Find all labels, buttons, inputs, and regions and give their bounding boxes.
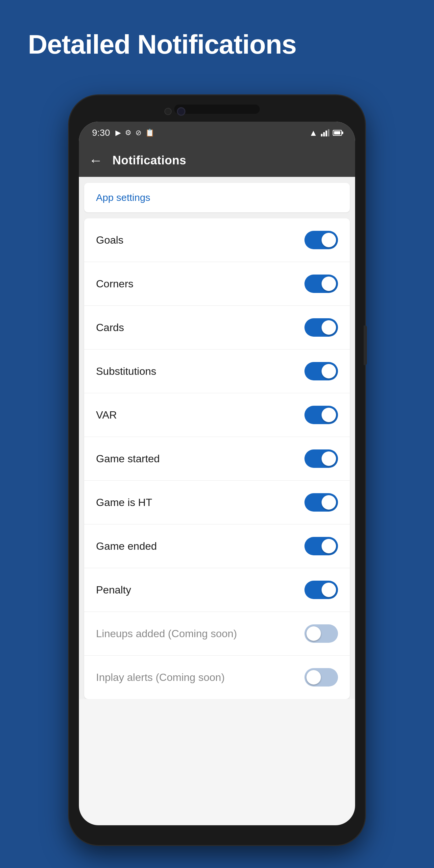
setting-label-0: Goals bbox=[96, 234, 124, 246]
setting-label-2: Cards bbox=[96, 321, 124, 334]
camera-left bbox=[164, 108, 172, 115]
toggle-2[interactable] bbox=[305, 318, 338, 337]
setting-label-7: Game ended bbox=[96, 540, 157, 552]
setting-label-3: Substitutions bbox=[96, 365, 156, 377]
setting-label-5: Game started bbox=[96, 453, 160, 465]
setting-row: Substitutions bbox=[84, 349, 350, 393]
play-icon: ▶ bbox=[115, 129, 121, 137]
phone-frame: 9:30 ▶ ⚙ ⊘ 📋 ▲ bbox=[69, 95, 365, 845]
app-bar: ← Notifications bbox=[79, 144, 355, 177]
setting-row: Game is HT bbox=[84, 481, 350, 524]
setting-row: Inplay alerts (Coming soon) bbox=[84, 656, 350, 699]
setting-label-9: Lineups added (Coming soon) bbox=[96, 628, 237, 640]
toggle-0[interactable] bbox=[305, 231, 338, 249]
phone-screen: 9:30 ▶ ⚙ ⊘ 📋 ▲ bbox=[79, 122, 355, 825]
setting-row: VAR bbox=[84, 393, 350, 437]
toggle-6[interactable] bbox=[305, 493, 338, 512]
back-button[interactable]: ← bbox=[89, 154, 102, 167]
setting-row: Penalty bbox=[84, 568, 350, 612]
app-bar-title: Notifications bbox=[113, 154, 186, 167]
battery-icon bbox=[333, 130, 342, 136]
setting-row: Corners bbox=[84, 262, 350, 306]
clipboard-icon: 📋 bbox=[145, 129, 154, 137]
toggle-5[interactable] bbox=[305, 450, 338, 468]
status-icons-left: ▶ ⚙ ⊘ 📋 bbox=[115, 129, 154, 137]
setting-label-1: Corners bbox=[96, 278, 133, 290]
setting-row: Lineups added (Coming soon) bbox=[84, 612, 350, 656]
setting-label-10: Inplay alerts (Coming soon) bbox=[96, 671, 224, 684]
status-bar: 9:30 ▶ ⚙ ⊘ 📋 ▲ bbox=[79, 122, 355, 144]
volume-button bbox=[364, 326, 367, 365]
toggle-3[interactable] bbox=[305, 362, 338, 380]
blocked-icon: ⊘ bbox=[135, 129, 142, 137]
setting-label-4: VAR bbox=[96, 409, 117, 421]
setting-row: Game ended bbox=[84, 524, 350, 568]
setting-row: Game started bbox=[84, 437, 350, 481]
toggle-10[interactable] bbox=[305, 668, 338, 686]
toggle-8[interactable] bbox=[305, 581, 338, 599]
setting-label-6: Game is HT bbox=[96, 496, 152, 508]
setting-row: Cards bbox=[84, 306, 350, 349]
phone-device: 9:30 ▶ ⚙ ⊘ 📋 ▲ bbox=[69, 95, 365, 845]
phone-notch bbox=[174, 104, 260, 114]
status-time: 9:30 bbox=[92, 128, 110, 138]
toggle-9[interactable] bbox=[305, 624, 338, 643]
page-title: Detailed Notifications bbox=[28, 30, 296, 59]
setting-label-8: Penalty bbox=[96, 584, 131, 596]
app-settings-card: App settings bbox=[84, 183, 350, 212]
setting-row: Goals bbox=[84, 218, 350, 262]
status-icons-right: ▲ bbox=[309, 128, 342, 138]
content-area: App settings GoalsCornersCardsSubstituti… bbox=[79, 177, 355, 699]
toggle-7[interactable] bbox=[305, 537, 338, 555]
toggle-4[interactable] bbox=[305, 406, 338, 424]
settings-list: GoalsCornersCardsSubstitutionsVARGame st… bbox=[84, 218, 350, 699]
settings-icon: ⚙ bbox=[125, 129, 131, 137]
toggle-1[interactable] bbox=[305, 275, 338, 293]
wifi-icon: ▲ bbox=[309, 128, 318, 138]
app-settings-link[interactable]: App settings bbox=[96, 192, 150, 203]
signal-icon bbox=[321, 129, 330, 136]
camera-right bbox=[177, 107, 185, 116]
